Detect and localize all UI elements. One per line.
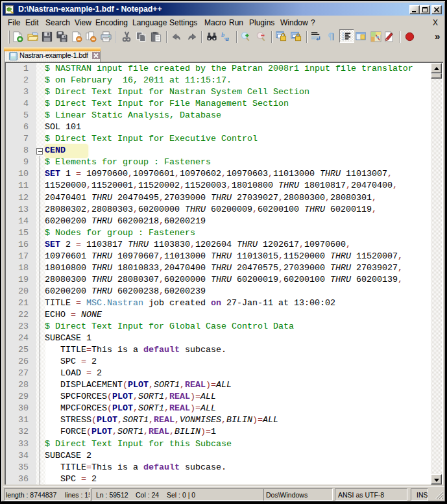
svg-text:b: b [221, 31, 224, 38]
